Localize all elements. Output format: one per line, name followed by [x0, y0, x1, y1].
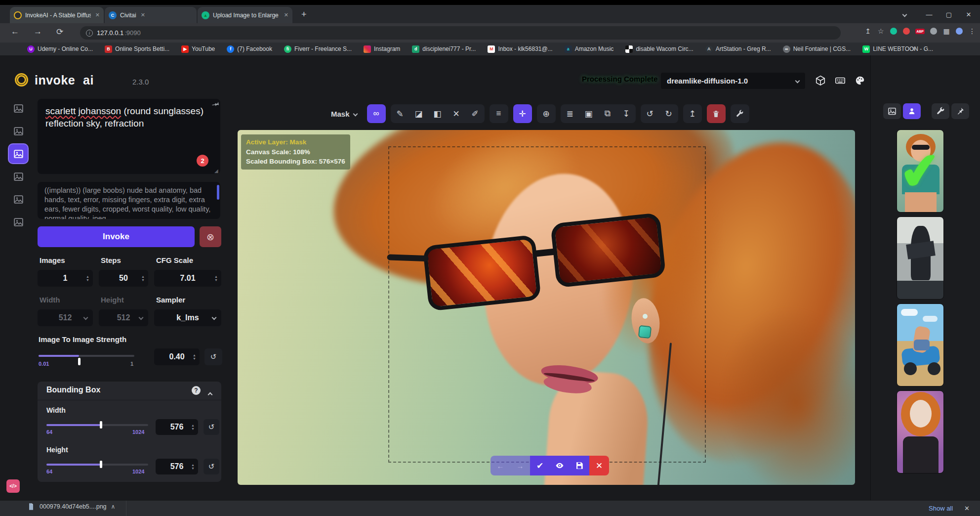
bookmark-item[interactable]: ▶YouTube: [181, 45, 215, 53]
eraser-tool-button[interactable]: ◪: [409, 104, 428, 123]
extension-abp-icon[interactable]: ABP: [915, 27, 925, 36]
bbox-slider-thumb[interactable]: [100, 421, 102, 429]
tab-close-icon[interactable]: ✕: [284, 12, 288, 18]
tab-unified-canvas[interactable]: [9, 144, 28, 163]
new-tab-button[interactable]: +: [301, 9, 307, 20]
bookmark-item[interactable]: Instagram: [364, 45, 400, 53]
split-screen-icon[interactable]: ▦: [942, 27, 950, 36]
bookmark-item[interactable]: BOnline Sports Betti...: [105, 45, 169, 53]
help-icon[interactable]: ?: [192, 386, 201, 395]
profile-avatar[interactable]: [955, 27, 963, 36]
images-input[interactable]: 1▲▼: [38, 270, 93, 287]
bbox-height-input[interactable]: 576▲▼: [156, 459, 198, 474]
bookmark-item[interactable]: fiFiverr - Freelance S...: [284, 45, 352, 53]
canvas-bounding-box[interactable]: [388, 146, 706, 463]
tab-close-icon[interactable]: ✕: [141, 12, 145, 18]
color-picker-button[interactable]: ✐: [466, 104, 485, 123]
staging-toggle-visibility-button[interactable]: [550, 456, 570, 475]
thumb-woman-motorcycle[interactable]: [897, 303, 944, 387]
staging-save-button[interactable]: [570, 456, 589, 475]
thumb-redhead-portrait[interactable]: [897, 390, 944, 473]
site-info-icon[interactable]: i: [86, 30, 93, 37]
downloads-close-icon[interactable]: ✕: [964, 505, 970, 512]
browser-tab[interactable]: CCivitai✕: [105, 7, 197, 23]
tab-nodes[interactable]: [9, 167, 28, 186]
erase-bounding-box-button[interactable]: ✕: [447, 104, 466, 123]
mask-options-button[interactable]: ∞: [367, 104, 386, 123]
bookmark-item[interactable]: AArtStation - Greg R...: [705, 45, 771, 53]
cfg-scale-input[interactable]: 7.01▲▼: [154, 270, 221, 287]
brush-tool-button[interactable]: ✎: [391, 104, 409, 123]
fill-tool-button[interactable]: ◧: [428, 104, 447, 123]
collapse-chevron-icon[interactable]: [208, 389, 212, 398]
maximize-button[interactable]: ▢: [942, 9, 955, 20]
reload-button[interactable]: ⟳: [56, 27, 63, 37]
staging-next-button[interactable]: →: [510, 456, 530, 475]
canvas-image[interactable]: Active Layer: Mask Canvas Scale: 108% Sc…: [238, 130, 855, 485]
download-image-button[interactable]: ↧: [617, 104, 636, 123]
stepper[interactable]: ▲▼: [141, 270, 145, 287]
strength-slider-thumb[interactable]: [78, 358, 81, 365]
address-bar[interactable]: i 127.0.0.1:9090: [80, 26, 841, 40]
resize-handle[interactable]: ◢: [214, 168, 218, 173]
tab-training[interactable]: [9, 213, 28, 231]
pin-icon[interactable]: [211, 100, 220, 110]
prompt-textarea[interactable]: scarlett johansson (round sunglasses)ref…: [38, 99, 220, 174]
bbox-reset-button[interactable]: ↺: [204, 419, 219, 435]
copy-to-clipboard-button[interactable]: ⧉: [598, 104, 617, 123]
tab-text-to-image[interactable]: [9, 99, 28, 118]
browser-tab[interactable]: ▲Upload Image to Enlarge & Enha✕: [198, 7, 292, 23]
reset-view-button[interactable]: ⊕: [537, 104, 556, 123]
tab-search-chevron[interactable]: [898, 9, 911, 20]
forward-button[interactable]: →: [34, 27, 42, 37]
staging-prev-button[interactable]: ←: [490, 456, 510, 475]
clear-canvas-button[interactable]: [707, 104, 726, 123]
height-select[interactable]: 512: [99, 309, 148, 326]
model-select[interactable]: dreamlike-diffusion-1.0: [661, 73, 805, 89]
bbox-slider-thumb[interactable]: [100, 461, 102, 468]
bookmark-item[interactable]: WLINE WEBTOON - G...: [862, 45, 933, 53]
hotkeys-icon[interactable]: [834, 74, 846, 86]
redo-button[interactable]: ↻: [659, 104, 678, 123]
steps-input[interactable]: 50▲▼: [99, 270, 148, 287]
bookmark-item[interactable]: ∞Neil Fontaine | CGS...: [783, 45, 851, 53]
browser-tab[interactable]: InvokeAI - A Stable Diffusion Too✕: [10, 7, 104, 23]
save-to-gallery-button[interactable]: ▣: [579, 104, 598, 123]
extension-puzzle-icon[interactable]: [930, 27, 938, 36]
stepper[interactable]: ▲▼: [193, 348, 196, 365]
bookmark-item[interactable]: disable Wacom Circ...: [625, 45, 693, 53]
stepper[interactable]: ▲▼: [86, 270, 89, 287]
bookmark-item[interactable]: UUdemy - Online Co...: [27, 45, 93, 53]
thumb-portrait-sunglasses[interactable]: ✔: [897, 129, 944, 213]
sampler-select[interactable]: k_lms: [154, 309, 221, 326]
tab-post-processing[interactable]: [9, 190, 28, 209]
stepper[interactable]: ▲▼: [214, 270, 218, 287]
close-button[interactable]: ✕: [962, 9, 975, 20]
staging-accept-button[interactable]: ✔: [530, 456, 550, 475]
theme-icon[interactable]: [854, 74, 866, 86]
merge-visible-button[interactable]: ≣: [561, 104, 579, 123]
download-item[interactable]: 000979.40d74eb5....png ∧: [27, 503, 115, 511]
bookmark-item[interactable]: MInbox - klk56831@...: [488, 45, 552, 53]
menu-kebab-icon[interactable]: ⋮: [968, 27, 976, 36]
share-icon[interactable]: ↥: [864, 27, 872, 36]
back-button[interactable]: ←: [11, 27, 19, 37]
extension-grammarly-icon[interactable]: [890, 27, 898, 36]
move-tool-button[interactable]: ✛: [513, 104, 532, 123]
minimize-button[interactable]: —: [923, 9, 936, 20]
gallery-settings-button[interactable]: [932, 103, 949, 119]
extension-red-icon[interactable]: [902, 27, 910, 36]
layer-select[interactable]: Mask: [326, 104, 362, 123]
bookmarks-overflow-chevron[interactable]: »: [912, 44, 916, 52]
brush-options-button[interactable]: ≡: [490, 104, 508, 123]
negative-prompt-textarea[interactable]: ((implants)) (large boobs) nude bad anat…: [38, 182, 220, 219]
bookmark-item[interactable]: f(7) Facebook: [227, 45, 272, 53]
undo-button[interactable]: ↺: [641, 104, 659, 123]
bookmark-item[interactable]: ddisciplenei777 - Pr...: [412, 45, 476, 53]
console-toggle-button[interactable]: </>: [6, 479, 20, 493]
width-select[interactable]: 512: [38, 309, 93, 326]
show-all-downloads-link[interactable]: Show all: [929, 505, 953, 512]
invoke-button[interactable]: Invoke: [38, 226, 195, 247]
upload-button[interactable]: ↥: [683, 104, 702, 123]
bbox-width-input[interactable]: 576▲▼: [156, 419, 198, 435]
